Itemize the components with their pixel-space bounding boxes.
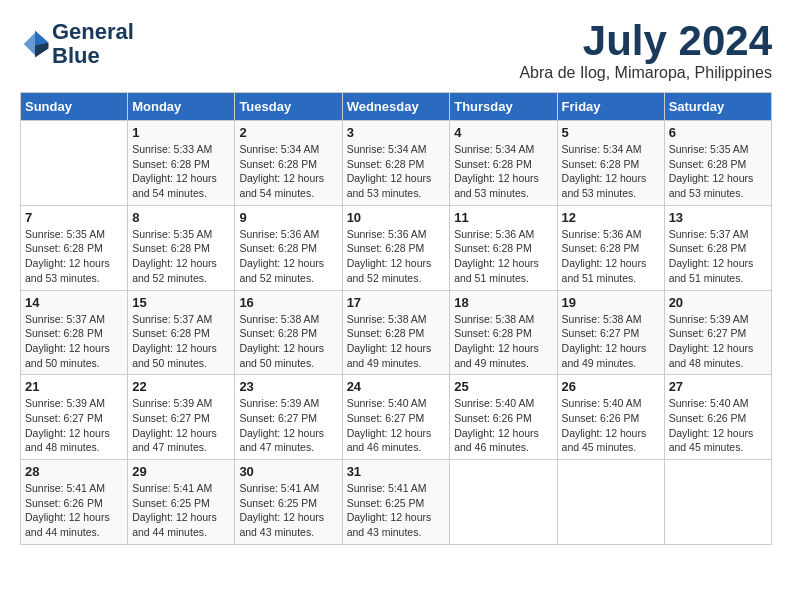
header-tuesday: Tuesday <box>235 93 342 121</box>
day-cell: 28Sunrise: 5:41 AMSunset: 6:26 PMDayligh… <box>21 460 128 545</box>
day-info: Sunrise: 5:37 AMSunset: 6:28 PMDaylight:… <box>25 312 123 371</box>
day-info: Sunrise: 5:36 AMSunset: 6:28 PMDaylight:… <box>347 227 446 286</box>
day-number: 20 <box>669 295 767 310</box>
day-cell: 8Sunrise: 5:35 AMSunset: 6:28 PMDaylight… <box>128 205 235 290</box>
day-info: Sunrise: 5:40 AMSunset: 6:26 PMDaylight:… <box>454 396 552 455</box>
day-cell: 5Sunrise: 5:34 AMSunset: 6:28 PMDaylight… <box>557 121 664 206</box>
day-number: 1 <box>132 125 230 140</box>
day-cell: 1Sunrise: 5:33 AMSunset: 6:28 PMDaylight… <box>128 121 235 206</box>
header-wednesday: Wednesday <box>342 93 450 121</box>
day-cell: 12Sunrise: 5:36 AMSunset: 6:28 PMDayligh… <box>557 205 664 290</box>
day-cell: 30Sunrise: 5:41 AMSunset: 6:25 PMDayligh… <box>235 460 342 545</box>
day-cell: 25Sunrise: 5:40 AMSunset: 6:26 PMDayligh… <box>450 375 557 460</box>
day-cell: 22Sunrise: 5:39 AMSunset: 6:27 PMDayligh… <box>128 375 235 460</box>
day-cell: 17Sunrise: 5:38 AMSunset: 6:28 PMDayligh… <box>342 290 450 375</box>
day-number: 2 <box>239 125 337 140</box>
day-info: Sunrise: 5:39 AMSunset: 6:27 PMDaylight:… <box>669 312 767 371</box>
day-cell <box>450 460 557 545</box>
day-cell: 20Sunrise: 5:39 AMSunset: 6:27 PMDayligh… <box>664 290 771 375</box>
day-cell: 27Sunrise: 5:40 AMSunset: 6:26 PMDayligh… <box>664 375 771 460</box>
day-number: 26 <box>562 379 660 394</box>
page-header: General Blue July 2024 Abra de Ilog, Mim… <box>20 20 772 82</box>
day-cell: 16Sunrise: 5:38 AMSunset: 6:28 PMDayligh… <box>235 290 342 375</box>
day-number: 11 <box>454 210 552 225</box>
day-number: 22 <box>132 379 230 394</box>
day-info: Sunrise: 5:38 AMSunset: 6:28 PMDaylight:… <box>347 312 446 371</box>
week-row-2: 7Sunrise: 5:35 AMSunset: 6:28 PMDaylight… <box>21 205 772 290</box>
day-cell <box>664 460 771 545</box>
day-info: Sunrise: 5:35 AMSunset: 6:28 PMDaylight:… <box>25 227 123 286</box>
day-info: Sunrise: 5:37 AMSunset: 6:28 PMDaylight:… <box>132 312 230 371</box>
day-number: 5 <box>562 125 660 140</box>
day-number: 14 <box>25 295 123 310</box>
day-cell: 2Sunrise: 5:34 AMSunset: 6:28 PMDaylight… <box>235 121 342 206</box>
day-info: Sunrise: 5:35 AMSunset: 6:28 PMDaylight:… <box>132 227 230 286</box>
day-info: Sunrise: 5:33 AMSunset: 6:28 PMDaylight:… <box>132 142 230 201</box>
day-cell: 29Sunrise: 5:41 AMSunset: 6:25 PMDayligh… <box>128 460 235 545</box>
day-number: 8 <box>132 210 230 225</box>
day-number: 16 <box>239 295 337 310</box>
day-cell: 11Sunrise: 5:36 AMSunset: 6:28 PMDayligh… <box>450 205 557 290</box>
day-number: 30 <box>239 464 337 479</box>
day-info: Sunrise: 5:38 AMSunset: 6:27 PMDaylight:… <box>562 312 660 371</box>
header-monday: Monday <box>128 93 235 121</box>
day-number: 23 <box>239 379 337 394</box>
day-number: 29 <box>132 464 230 479</box>
day-number: 12 <box>562 210 660 225</box>
day-cell: 18Sunrise: 5:38 AMSunset: 6:28 PMDayligh… <box>450 290 557 375</box>
day-cell: 6Sunrise: 5:35 AMSunset: 6:28 PMDaylight… <box>664 121 771 206</box>
day-number: 27 <box>669 379 767 394</box>
header-saturday: Saturday <box>664 93 771 121</box>
day-cell: 23Sunrise: 5:39 AMSunset: 6:27 PMDayligh… <box>235 375 342 460</box>
day-number: 4 <box>454 125 552 140</box>
week-row-5: 28Sunrise: 5:41 AMSunset: 6:26 PMDayligh… <box>21 460 772 545</box>
month-title: July 2024 <box>519 20 772 62</box>
day-info: Sunrise: 5:34 AMSunset: 6:28 PMDaylight:… <box>347 142 446 201</box>
logo-icon <box>20 29 50 59</box>
day-info: Sunrise: 5:40 AMSunset: 6:26 PMDaylight:… <box>562 396 660 455</box>
day-info: Sunrise: 5:41 AMSunset: 6:26 PMDaylight:… <box>25 481 123 540</box>
day-cell: 24Sunrise: 5:40 AMSunset: 6:27 PMDayligh… <box>342 375 450 460</box>
day-cell: 19Sunrise: 5:38 AMSunset: 6:27 PMDayligh… <box>557 290 664 375</box>
day-info: Sunrise: 5:37 AMSunset: 6:28 PMDaylight:… <box>669 227 767 286</box>
day-info: Sunrise: 5:40 AMSunset: 6:26 PMDaylight:… <box>669 396 767 455</box>
day-info: Sunrise: 5:40 AMSunset: 6:27 PMDaylight:… <box>347 396 446 455</box>
day-cell: 14Sunrise: 5:37 AMSunset: 6:28 PMDayligh… <box>21 290 128 375</box>
day-info: Sunrise: 5:41 AMSunset: 6:25 PMDaylight:… <box>132 481 230 540</box>
day-cell <box>21 121 128 206</box>
header-friday: Friday <box>557 93 664 121</box>
day-info: Sunrise: 5:39 AMSunset: 6:27 PMDaylight:… <box>239 396 337 455</box>
day-number: 21 <box>25 379 123 394</box>
day-number: 7 <box>25 210 123 225</box>
day-number: 19 <box>562 295 660 310</box>
day-info: Sunrise: 5:35 AMSunset: 6:28 PMDaylight:… <box>669 142 767 201</box>
day-number: 25 <box>454 379 552 394</box>
day-cell: 26Sunrise: 5:40 AMSunset: 6:26 PMDayligh… <box>557 375 664 460</box>
day-info: Sunrise: 5:41 AMSunset: 6:25 PMDaylight:… <box>347 481 446 540</box>
day-number: 28 <box>25 464 123 479</box>
day-number: 18 <box>454 295 552 310</box>
day-cell: 15Sunrise: 5:37 AMSunset: 6:28 PMDayligh… <box>128 290 235 375</box>
day-cell: 9Sunrise: 5:36 AMSunset: 6:28 PMDaylight… <box>235 205 342 290</box>
day-info: Sunrise: 5:36 AMSunset: 6:28 PMDaylight:… <box>454 227 552 286</box>
day-cell: 21Sunrise: 5:39 AMSunset: 6:27 PMDayligh… <box>21 375 128 460</box>
logo-text: General Blue <box>52 20 134 68</box>
day-cell: 3Sunrise: 5:34 AMSunset: 6:28 PMDaylight… <box>342 121 450 206</box>
day-cell <box>557 460 664 545</box>
day-info: Sunrise: 5:34 AMSunset: 6:28 PMDaylight:… <box>562 142 660 201</box>
day-info: Sunrise: 5:34 AMSunset: 6:28 PMDaylight:… <box>454 142 552 201</box>
day-number: 15 <box>132 295 230 310</box>
week-row-1: 1Sunrise: 5:33 AMSunset: 6:28 PMDaylight… <box>21 121 772 206</box>
calendar-table: SundayMondayTuesdayWednesdayThursdayFrid… <box>20 92 772 545</box>
day-number: 10 <box>347 210 446 225</box>
day-number: 13 <box>669 210 767 225</box>
week-row-4: 21Sunrise: 5:39 AMSunset: 6:27 PMDayligh… <box>21 375 772 460</box>
day-number: 3 <box>347 125 446 140</box>
day-number: 17 <box>347 295 446 310</box>
subtitle: Abra de Ilog, Mimaropa, Philippines <box>519 64 772 82</box>
day-cell: 4Sunrise: 5:34 AMSunset: 6:28 PMDaylight… <box>450 121 557 206</box>
week-row-3: 14Sunrise: 5:37 AMSunset: 6:28 PMDayligh… <box>21 290 772 375</box>
day-info: Sunrise: 5:38 AMSunset: 6:28 PMDaylight:… <box>454 312 552 371</box>
day-info: Sunrise: 5:41 AMSunset: 6:25 PMDaylight:… <box>239 481 337 540</box>
day-info: Sunrise: 5:39 AMSunset: 6:27 PMDaylight:… <box>25 396 123 455</box>
